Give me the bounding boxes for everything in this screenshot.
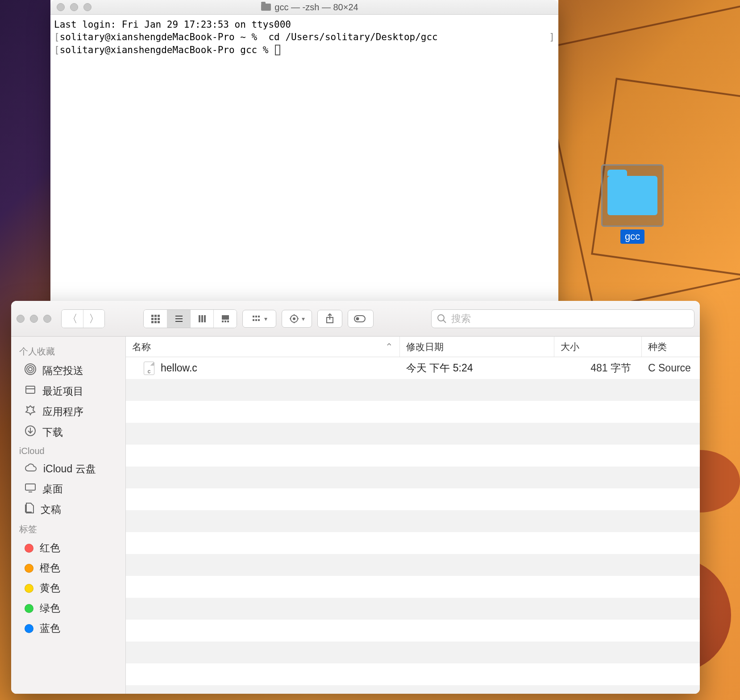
back-button[interactable]: 〈 [62,310,83,328]
svg-rect-7 [154,321,157,323]
sidebar-item-label: 红色 [40,541,60,555]
svg-rect-11 [175,321,183,322]
svg-rect-24 [258,319,260,321]
view-list-button[interactable] [167,310,190,328]
chevron-down-icon: ▾ [302,315,305,322]
empty-row [126,423,700,445]
sidebar-item-label: 黄色 [40,581,60,595]
window-zoom-button[interactable] [43,315,51,323]
svg-rect-9 [175,316,183,317]
svg-rect-44 [25,484,35,490]
sidebar-section-header: iCloud [11,442,125,459]
svg-rect-10 [175,318,183,319]
svg-rect-16 [222,321,224,322]
tag-color-icon [25,564,33,573]
view-icon-button[interactable] [144,310,167,328]
file-list[interactable]: chellow.c今天 下午 5:24481 字节C Source [126,357,700,694]
search-field[interactable] [431,309,694,328]
svg-rect-19 [253,316,254,317]
column-kind[interactable]: 种类 [642,337,700,357]
window-minimize-button[interactable] [30,315,38,323]
svg-rect-1 [154,315,157,317]
empty-row [126,554,700,576]
svg-point-37 [29,367,32,371]
sidebar-item-label: iCloud 云盘 [43,462,96,476]
airdrop-icon [25,363,36,378]
sidebar-item-airdrop[interactable]: 隔空投送 [11,360,125,381]
sidebar-item-apps[interactable]: 应用程序 [11,401,125,422]
file-date: 今天 下午 5:24 [400,361,554,375]
share-button[interactable] [317,310,342,328]
cursor-icon [275,45,280,55]
svg-rect-2 [158,315,160,317]
desktop-icon [25,483,36,496]
tag-color-icon [25,544,33,553]
terminal-prompt: solitary@xianshengdeMacBook-Pro ~ % [60,32,258,42]
sidebar-section-header: 个人收藏 [11,342,125,360]
tags-button[interactable] [348,310,374,328]
terminal-line: Last login: Fri Jan 29 17:23:53 on ttys0… [54,19,291,30]
sidebar-item-dot-green[interactable]: 绿色 [11,598,125,618]
terminal-window[interactable]: gcc — -zsh — 80×24 Last login: Fri Jan 2… [50,0,558,321]
sidebar-item-label: 桌面 [42,482,63,496]
window-close-button[interactable] [17,315,25,323]
recents-icon [25,384,36,398]
empty-row [126,642,700,663]
empty-row [126,488,700,510]
sidebar-item-dot-blue[interactable]: 蓝色 [11,618,125,638]
view-column-button[interactable] [190,310,213,328]
empty-row [126,685,700,694]
svg-rect-8 [158,321,160,323]
sidebar-item-desktop[interactable]: 桌面 [11,479,125,499]
svg-rect-23 [255,319,257,321]
terminal-command: cd /Users/solitary/Desktop/gcc [257,32,438,42]
sort-indicator-icon: ⌃ [385,342,393,352]
column-date[interactable]: 修改日期 [400,337,554,357]
svg-rect-12 [199,315,200,322]
column-name[interactable]: 名称⌃ [126,337,400,357]
terminal-content[interactable]: Last login: Fri Jan 29 17:23:53 on ttys0… [50,15,558,321]
finder-sidebar: 个人收藏隔空投送最近项目应用程序下载iCloudiCloud 云盘桌面文稿标签红… [11,337,126,694]
sidebar-item-label: 应用程序 [42,405,83,419]
view-mode-segment [143,309,237,328]
terminal-prompt: solitary@xianshengdeMacBook-Pro gcc % [60,45,274,55]
svg-rect-4 [154,318,157,320]
action-menu-button[interactable]: ▾ [282,310,312,328]
sidebar-item-recents[interactable]: 最近项目 [11,381,125,401]
sidebar-item-cloud[interactable]: iCloud 云盘 [11,459,125,479]
search-icon [437,314,447,324]
empty-row [126,445,700,467]
svg-rect-5 [158,318,160,320]
view-gallery-button[interactable] [213,310,237,328]
tag-color-icon [25,604,33,613]
sidebar-item-downloads[interactable]: 下载 [11,422,125,442]
sidebar-item-label: 文稿 [41,503,61,517]
desktop-folder-gcc[interactable]: gcc [601,164,664,244]
desktop-folder-selection [601,164,664,227]
forward-button[interactable]: 〉 [83,310,104,328]
chevron-down-icon: ▾ [264,315,267,322]
sidebar-item-dot-orange[interactable]: 橙色 [11,558,125,578]
empty-row [126,467,700,488]
sidebar-item-dot-red[interactable]: 红色 [11,538,125,558]
group-by-button[interactable]: ▾ [242,310,276,328]
svg-rect-6 [151,321,154,323]
file-name: hellow.c [161,362,197,374]
window-minimize-button[interactable] [70,3,78,11]
finder-window[interactable]: 〈 〉 ▾ ▾ [11,301,700,694]
search-input[interactable] [451,313,689,325]
svg-rect-18 [227,321,229,322]
tag-color-icon [25,624,33,633]
column-size[interactable]: 大小 [554,337,642,357]
window-zoom-button[interactable] [83,3,91,11]
terminal-titlebar[interactable]: gcc — -zsh — 80×24 [50,0,558,15]
empty-row [126,598,700,620]
sidebar-section-header: 标签 [11,520,125,538]
sidebar-item-dot-yellow[interactable]: 黄色 [11,578,125,598]
c-file-icon: c [144,362,154,375]
sidebar-item-label: 绿色 [40,601,60,615]
file-row[interactable]: chellow.c今天 下午 5:24481 字节C Source [126,357,700,379]
sidebar-item-documents[interactable]: 文稿 [11,499,125,520]
window-close-button[interactable] [57,3,65,11]
svg-rect-14 [204,315,206,322]
